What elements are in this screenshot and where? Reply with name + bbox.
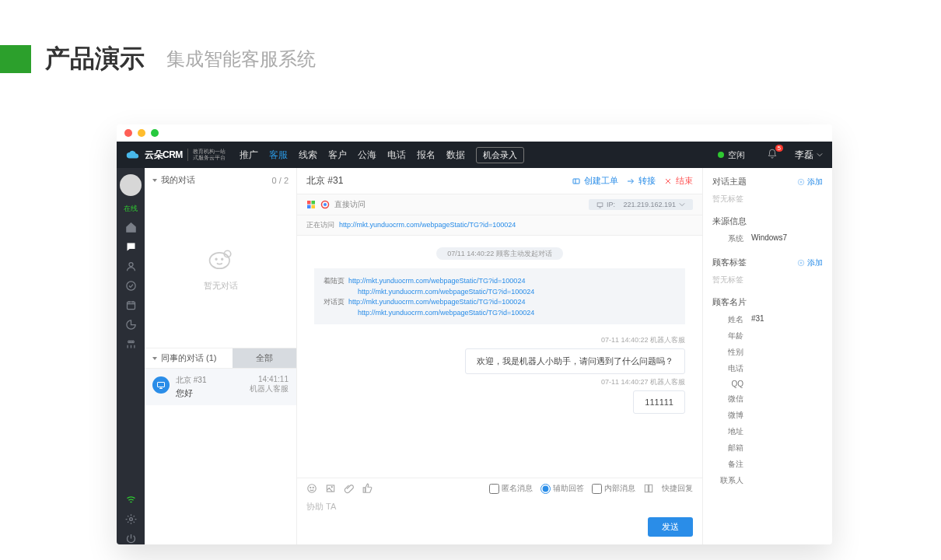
end-button[interactable]: 结束: [663, 175, 693, 187]
message-list[interactable]: 07/11 14:40:22 顾客主动发起对话 着陆页 http://mkt.y…: [297, 236, 702, 478]
chevron-down-icon: [817, 152, 823, 158]
svg-point-8: [130, 341, 132, 343]
conversation-item[interactable]: 北京 #31 您好 14:41:11 机器人客服: [145, 368, 296, 405]
visitor-meta-row2: 正在访问 http://mkt.yunduocrm.com/webpageSta…: [297, 215, 702, 236]
settings-icon[interactable]: [125, 513, 137, 525]
send-button[interactable]: 发送: [648, 517, 693, 537]
transfer-button[interactable]: 转接: [626, 175, 656, 187]
svg-rect-26: [327, 485, 334, 492]
home-icon[interactable]: [125, 222, 137, 233]
windows-icon: [306, 200, 316, 209]
pie-icon[interactable]: [125, 319, 137, 331]
card-note-row[interactable]: 备注: [712, 459, 823, 470]
svg-point-2: [132, 246, 133, 247]
monitor-icon: [596, 201, 603, 208]
anon-checkbox[interactable]: 匿名消息: [489, 483, 533, 494]
create-ticket-button[interactable]: 创建工单: [572, 175, 618, 187]
ref-link[interactable]: http://mkt.yunduocrm.com/webpageStatic/T…: [348, 298, 525, 306]
nav-phone[interactable]: 电话: [387, 149, 406, 162]
card-phone-row[interactable]: 电话: [712, 363, 823, 374]
brand-sub: 教育机构一站式服务云平台: [187, 149, 226, 160]
svg-point-21: [324, 203, 327, 206]
svg-point-10: [209, 252, 229, 268]
nav-service[interactable]: 客服: [269, 149, 288, 162]
online-status: 在线: [124, 204, 138, 214]
visiting-link[interactable]: http://mkt.yunduocrm.com/webpageStatic/T…: [339, 221, 516, 229]
status-text[interactable]: 空闲: [728, 149, 745, 161]
card-addr-row[interactable]: 地址: [712, 426, 823, 437]
add-tag-button[interactable]: 添加: [797, 257, 823, 268]
svg-point-12: [215, 258, 217, 260]
nav-promo[interactable]: 推广: [240, 149, 258, 162]
nav-leads[interactable]: 线索: [299, 149, 317, 162]
card-wechat-row[interactable]: 微信: [712, 394, 823, 404]
svg-rect-5: [127, 302, 135, 309]
nav-signup[interactable]: 报名: [417, 149, 436, 162]
message-bubble: 111111: [633, 390, 685, 414]
chat-icon[interactable]: [125, 241, 137, 253]
ticket-icon: [572, 177, 581, 186]
chat-title: 北京 #31: [306, 174, 343, 187]
add-topic-button[interactable]: 添加: [797, 177, 823, 187]
ref-pages-box: 着陆页 http://mkt.yunduocrm.com/webpageStat…: [314, 268, 685, 324]
record-opportunity-button[interactable]: 机会录入: [476, 147, 524, 163]
card-qq-row[interactable]: QQ: [712, 380, 823, 388]
tags-title: 顾客标签: [712, 257, 747, 268]
colleague-conversations-header[interactable]: 同事的对话 (1) 全部: [145, 348, 296, 368]
info-panel: 对话主题 添加 暂无标签 来源信息 系统Windows7 顾客标签 添加 暂无标…: [703, 168, 832, 544]
svg-rect-19: [312, 205, 316, 209]
avatar[interactable]: [120, 174, 142, 196]
emoji-icon[interactable]: [306, 483, 317, 494]
nav-customers[interactable]: 客户: [328, 149, 347, 162]
source-system-row: 系统Windows7: [712, 233, 823, 244]
quick-reply-icon[interactable]: [643, 483, 654, 494]
brand-logo[interactable]: 云朵CRM 教育机构一站式服务云平台: [126, 148, 226, 162]
side-rail: 在线: [117, 168, 145, 544]
visitor-meta-row1: 直接访问 IP: 221.219.162.191: [297, 194, 702, 215]
chevron-down-icon: [679, 201, 685, 208]
system-pill: 07/11 14:40:22 顾客主动发起对话: [314, 248, 685, 259]
my-conversations-header[interactable]: 我的对话 0 / 2: [145, 168, 296, 192]
check-icon[interactable]: [125, 280, 137, 292]
all-tab[interactable]: 全部: [233, 348, 296, 368]
like-icon[interactable]: [362, 483, 373, 494]
maximize-icon[interactable]: [151, 129, 159, 137]
ref-link[interactable]: http://mkt.yunduocrm.com/webpageStatic/T…: [358, 288, 534, 296]
assist-radio[interactable]: 辅助回答: [540, 483, 584, 494]
message-input[interactable]: [306, 502, 693, 511]
user-icon[interactable]: [125, 261, 137, 272]
ip-box: IP: 221.219.162.191: [589, 199, 693, 210]
svg-point-13: [221, 258, 222, 260]
msg-meta: 07-11 14:40:27 机器人客服: [314, 377, 685, 387]
close-icon: [663, 177, 673, 186]
card-contact-row[interactable]: 联系人: [712, 475, 823, 486]
close-icon[interactable]: [124, 129, 132, 137]
power-icon[interactable]: [125, 533, 137, 544]
ref-link[interactable]: http://mkt.yunduocrm.com/webpageStatic/T…: [358, 309, 534, 317]
card-age-row[interactable]: 年龄: [712, 331, 823, 341]
attach-icon[interactable]: [344, 483, 355, 494]
user-menu[interactable]: 李磊: [795, 149, 813, 162]
nav-sea[interactable]: 公海: [358, 149, 376, 162]
card-weibo-row[interactable]: 微博: [712, 410, 823, 421]
card-email-row[interactable]: 邮箱: [712, 443, 823, 453]
wifi-icon[interactable]: [125, 494, 137, 506]
card-name-row[interactable]: 姓名#31: [712, 314, 823, 325]
notifications-button[interactable]: 5: [767, 149, 778, 161]
image-icon[interactable]: [325, 483, 336, 494]
ref-link[interactable]: http://mkt.yunduocrm.com/webpageStatic/T…: [348, 277, 525, 285]
people-icon[interactable]: [125, 338, 137, 350]
internal-checkbox[interactable]: 内部消息: [592, 483, 635, 494]
empty-state: 暂无对话: [145, 192, 296, 348]
svg-point-0: [128, 246, 129, 247]
svg-rect-22: [597, 202, 603, 206]
minimize-icon[interactable]: [138, 129, 145, 137]
svg-rect-14: [158, 383, 165, 387]
svg-point-25: [313, 487, 313, 488]
page-subtitle: 集成智能客服系统: [166, 47, 316, 72]
card-gender-row[interactable]: 性别: [712, 347, 823, 358]
calendar-icon[interactable]: [125, 299, 137, 311]
app-window: 云朵CRM 教育机构一站式服务云平台 推广 客服 线索 客户 公海 电话 报名 …: [117, 124, 832, 544]
nav-data[interactable]: 数据: [446, 149, 465, 162]
no-topic-label: 暂无标签: [712, 194, 823, 205]
